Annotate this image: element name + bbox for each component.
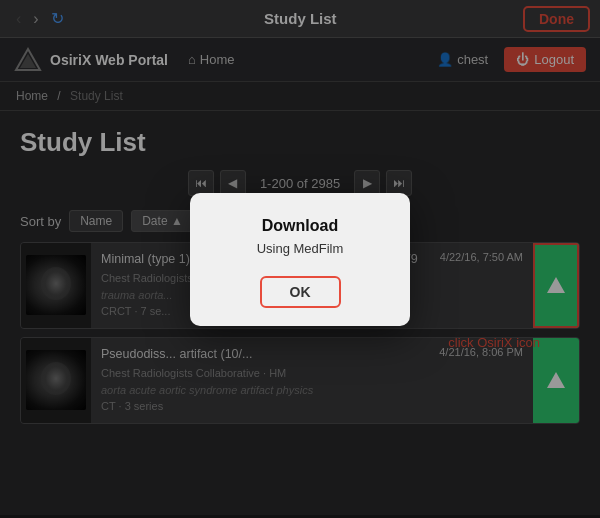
download-dialog: Download Using MedFilm OK — [190, 193, 410, 326]
dialog-overlay: Download Using MedFilm OK — [0, 0, 600, 518]
dialog-subtitle: Using MedFilm — [220, 241, 380, 256]
dialog-ok-button[interactable]: OK — [260, 276, 341, 308]
dialog-title: Download — [220, 217, 380, 235]
